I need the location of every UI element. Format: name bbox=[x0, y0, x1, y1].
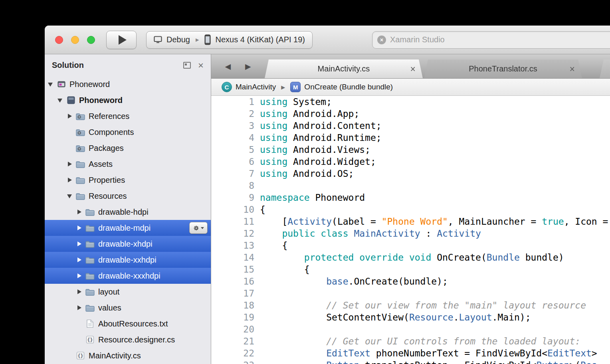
item-options-button[interactable] bbox=[189, 222, 208, 234]
code-line[interactable]: 6using Android.Widget; bbox=[211, 156, 610, 168]
search-clear-icon[interactable]: × bbox=[377, 36, 386, 44]
tree-item-phoneword[interactable]: Phoneword bbox=[45, 76, 211, 92]
close-tab-icon[interactable]: × bbox=[410, 64, 416, 73]
disclosure-triangle[interactable] bbox=[47, 82, 57, 87]
code-line[interactable]: 13 { bbox=[211, 239, 610, 251]
disclosure-triangle[interactable] bbox=[66, 162, 76, 166]
project-icon bbox=[66, 96, 75, 105]
code-token: using bbox=[260, 156, 287, 167]
code-text: public class MainActivity : Activity bbox=[260, 228, 481, 239]
code-line[interactable]: 8 bbox=[211, 180, 610, 192]
tree-item-label: AboutResources.txt bbox=[98, 319, 168, 328]
code-token: SetContentView( bbox=[260, 312, 409, 322]
dock-pad-icon[interactable] bbox=[183, 62, 191, 69]
code-line[interactable]: 20 bbox=[211, 323, 610, 335]
minimize-window-button[interactable] bbox=[71, 36, 79, 44]
breadcrumb-member[interactable]: OnCreate (Bundle bundle) bbox=[304, 83, 393, 91]
tree-item-aboutresources-txt[interactable]: AboutResources.txt bbox=[45, 316, 211, 332]
tree-item-components[interactable]: Components bbox=[45, 124, 211, 140]
tree-item-drawable-xxhdpi[interactable]: drawable-xxhdpi bbox=[45, 252, 211, 268]
disclosure-triangle[interactable] bbox=[76, 210, 85, 214]
tab-phonetranslator-cs[interactable]: PhoneTranslator.cs× bbox=[424, 59, 582, 78]
tree-item-drawable-xxxhdpi[interactable]: drawable-xxxhdpi bbox=[45, 268, 211, 284]
tree-item-values[interactable]: values bbox=[45, 300, 211, 316]
code-token: System; bbox=[287, 97, 332, 107]
code-line[interactable]: 23 Button translateButton = FindViewById… bbox=[211, 359, 610, 364]
zoom-window-button[interactable] bbox=[87, 36, 95, 44]
code-line[interactable]: 14 protected override void OnCreate(Bund… bbox=[211, 251, 610, 263]
code-line[interactable]: 9namespace Phoneword bbox=[211, 192, 610, 204]
code-token: namespace bbox=[260, 192, 310, 203]
code-line[interactable]: 4using Android.Runtime; bbox=[211, 132, 610, 144]
tree-item-mainactivity-cs[interactable]: {}MainActivity.cs bbox=[45, 348, 211, 364]
code-line[interactable]: 12 public class MainActivity : Activity bbox=[211, 228, 610, 239]
tab-mainactivity-cs[interactable]: MainActivity.cs× bbox=[265, 59, 423, 78]
tree-item-resources[interactable]: Resources bbox=[45, 188, 211, 204]
navigate-forward-icon[interactable]: ▶ bbox=[245, 62, 251, 71]
line-number: 17 bbox=[211, 287, 254, 299]
code-line[interactable]: 19 SetContentView(Resource.Layout.Main); bbox=[211, 311, 610, 323]
tree-item-packages[interactable]: Packages bbox=[45, 140, 211, 156]
tree-item-resource-designer-cs[interactable]: {}Resource.designer.cs bbox=[45, 332, 211, 348]
code-token: // Set our view from the "main" layout r… bbox=[326, 300, 586, 311]
disclosure-triangle[interactable] bbox=[57, 98, 66, 103]
tree-item-properties[interactable]: Properties bbox=[45, 172, 211, 188]
code-token bbox=[260, 336, 326, 346]
code-token: Activity bbox=[437, 228, 481, 239]
disclosure-triangle[interactable] bbox=[66, 178, 76, 182]
code-token: bundle) bbox=[520, 252, 564, 263]
tree-item-drawable-mdpi[interactable]: drawable-mdpi bbox=[45, 220, 211, 236]
close-window-button[interactable] bbox=[55, 36, 63, 44]
code-line[interactable]: 21 // Get our UI controls from the loade… bbox=[211, 335, 610, 347]
tree-item-layout[interactable]: layout bbox=[45, 284, 211, 300]
code-token: [ bbox=[260, 216, 287, 227]
code-line[interactable]: 5using Android.Views; bbox=[211, 144, 610, 156]
code-token: > bbox=[592, 348, 597, 358]
code-line[interactable]: 11 [Activity(Label = "Phone Word", MainL… bbox=[211, 216, 610, 228]
code-token: Android.Content; bbox=[287, 121, 381, 131]
code-line[interactable]: 17 bbox=[211, 287, 610, 299]
tree-item-label: Resource.designer.cs bbox=[98, 335, 175, 344]
disclosure-triangle[interactable] bbox=[76, 289, 85, 294]
code-line[interactable]: 2using Android.App; bbox=[211, 108, 610, 120]
code-line[interactable]: 15 { bbox=[211, 263, 610, 275]
tree-item-phoneword[interactable]: Phoneword bbox=[45, 92, 211, 108]
run-button[interactable] bbox=[106, 31, 137, 49]
line-number: 22 bbox=[211, 347, 254, 359]
close-tab-icon[interactable]: × bbox=[570, 64, 575, 73]
code-token: Android.Runtime; bbox=[287, 133, 381, 143]
line-number: 10 bbox=[211, 204, 254, 216]
doc-icon bbox=[85, 319, 95, 328]
code-text: using Android.Widget; bbox=[260, 156, 376, 168]
code-line[interactable]: 18 // Set our view from the "main" layou… bbox=[211, 299, 610, 311]
breadcrumb-class[interactable]: MainActivity bbox=[236, 83, 276, 91]
tree-item-assets[interactable]: Assets bbox=[45, 156, 211, 172]
code-line[interactable]: 3using Android.Content; bbox=[211, 120, 610, 132]
search-field[interactable]: × Xamarin Studio bbox=[372, 31, 610, 49]
code-area[interactable]: 1using System;2using Android.App;3using … bbox=[211, 96, 610, 364]
tree-item-drawable-xhdpi[interactable]: drawable-xhdpi bbox=[45, 236, 211, 252]
code-token: Resource bbox=[409, 312, 454, 322]
code-token: . bbox=[454, 312, 459, 322]
disclosure-triangle[interactable] bbox=[76, 257, 85, 262]
disclosure-triangle[interactable] bbox=[66, 194, 76, 198]
code-line[interactable]: 10{ bbox=[211, 204, 610, 216]
disclosure-triangle[interactable] bbox=[76, 305, 85, 310]
configuration-device-selector[interactable]: Debug ▸ Nexus 4 (KitKat) (API 19) bbox=[146, 31, 313, 49]
code-line[interactable]: 1using System; bbox=[211, 96, 610, 108]
navigate-back-icon[interactable]: ◀ bbox=[225, 62, 231, 71]
code-line[interactable]: 16 base.OnCreate(bundle); bbox=[211, 275, 610, 287]
partial-tab[interactable] bbox=[600, 59, 610, 78]
code-token: true bbox=[542, 216, 564, 227]
disclosure-triangle[interactable] bbox=[76, 241, 85, 246]
code-line[interactable]: 22 EditText phoneNumberText = FindViewBy… bbox=[211, 347, 610, 359]
code-text: // Set our view from the "main" layout r… bbox=[260, 299, 586, 311]
tree-item-drawable-hdpi[interactable]: drawable-hdpi bbox=[45, 204, 211, 220]
tab-label: PhoneTranslator.cs bbox=[469, 64, 537, 73]
disclosure-triangle[interactable] bbox=[76, 273, 85, 278]
disclosure-triangle[interactable] bbox=[66, 114, 76, 119]
close-pad-icon[interactable]: × bbox=[198, 61, 204, 70]
disclosure-triangle[interactable] bbox=[76, 226, 85, 230]
tree-item-references[interactable]: References bbox=[45, 108, 211, 124]
code-line[interactable]: 7using Android.OS; bbox=[211, 168, 610, 180]
